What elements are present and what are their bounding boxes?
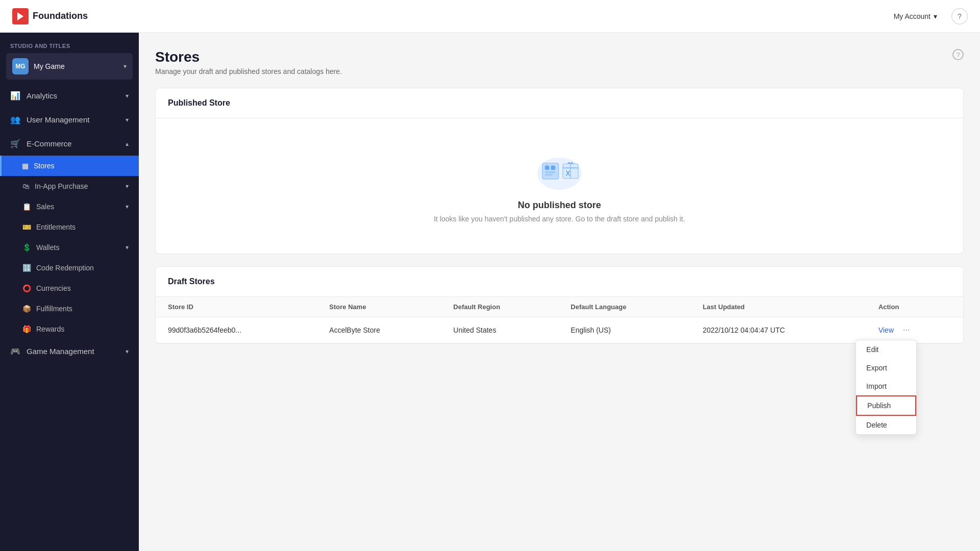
help-icon: ? bbox=[958, 12, 962, 20]
user-management-label: User Management bbox=[27, 115, 89, 124]
layout: STUDIO AND TITLES MG My Game ▾ 📊 Analyti… bbox=[0, 33, 980, 551]
sidebar-item-ecommerce[interactable]: 🛒 E-Commerce ▴ bbox=[0, 132, 139, 156]
sidebar-item-analytics[interactable]: 📊 Analytics ▾ bbox=[0, 84, 139, 108]
analytics-icon: 📊 bbox=[10, 91, 20, 101]
page-title: Stores bbox=[155, 49, 342, 65]
menu-item-export[interactable]: Export bbox=[856, 359, 916, 377]
ecommerce-label: E-Commerce bbox=[27, 139, 71, 148]
sidebar-item-user-management[interactable]: 👥 User Management ▾ bbox=[0, 108, 139, 132]
ecommerce-chevron-icon: ▴ bbox=[126, 140, 129, 147]
cell-store-name: AccelByte Store bbox=[317, 317, 441, 343]
sales-label: Sales bbox=[36, 203, 54, 211]
help-button[interactable]: ? bbox=[951, 8, 968, 24]
table-header-row: Store ID Store Name Default Region Defau… bbox=[156, 297, 963, 317]
sidebar-item-rewards[interactable]: 🎁 Rewards bbox=[0, 319, 139, 339]
context-menu: Edit Export Import Publish Delete bbox=[855, 340, 917, 435]
table-row: 99d0f3a6b5264feeb0... AccelByte Store Un… bbox=[156, 317, 963, 343]
studio-name: My Game bbox=[34, 62, 118, 70]
col-store-id: Store ID bbox=[156, 297, 317, 317]
svg-rect-9 bbox=[545, 174, 553, 176]
stores-table: Store ID Store Name Default Region Defau… bbox=[156, 297, 963, 343]
studio-selector[interactable]: MG My Game ▾ bbox=[6, 53, 133, 80]
sidebar-item-entitlements[interactable]: 🎫 Entitlements bbox=[0, 217, 139, 237]
sales-icon: 📋 bbox=[22, 203, 31, 211]
logo-text: Foundations bbox=[33, 11, 88, 21]
col-action: Action bbox=[866, 297, 963, 317]
main-content: Stores Manage your draft and published s… bbox=[139, 33, 980, 551]
fulfillments-icon: 📦 bbox=[22, 305, 31, 313]
page-help-icon[interactable]: ? bbox=[952, 49, 964, 63]
logo-icon bbox=[12, 8, 29, 24]
user-management-icon: 👥 bbox=[10, 115, 20, 124]
sidebar-item-wallets[interactable]: 💲 Wallets ▾ bbox=[0, 237, 139, 258]
svg-rect-6 bbox=[545, 166, 549, 170]
currencies-label: Currencies bbox=[36, 284, 71, 292]
game-management-icon: 🎮 bbox=[10, 346, 20, 356]
wallets-icon: 💲 bbox=[22, 243, 31, 252]
topbar-right: My Account ▾ ? bbox=[888, 8, 968, 24]
stores-icon: ▦ bbox=[22, 162, 29, 170]
page-subtitle: Manage your draft and published stores a… bbox=[155, 67, 342, 76]
analytics-chevron-icon: ▾ bbox=[126, 92, 129, 99]
draft-stores-header: Draft Stores bbox=[156, 267, 963, 297]
cell-last-updated: 2022/10/12 04:04:47 UTC bbox=[691, 317, 866, 343]
published-store-empty-state: No published store It looks like you hav… bbox=[156, 118, 963, 254]
studio-chevron-icon: ▾ bbox=[124, 63, 127, 70]
svg-rect-8 bbox=[545, 171, 555, 173]
rewards-label: Rewards bbox=[36, 325, 64, 333]
col-default-region: Default Region bbox=[441, 297, 558, 317]
draft-stores-section: Draft Stores Store ID Store Name Default… bbox=[155, 266, 964, 344]
game-management-label: Game Management bbox=[27, 347, 94, 356]
sales-chevron-icon: ▾ bbox=[126, 203, 129, 210]
in-app-purchase-chevron-icon: ▾ bbox=[126, 183, 129, 190]
menu-item-edit[interactable]: Edit bbox=[856, 340, 916, 359]
view-link[interactable]: View bbox=[878, 326, 894, 334]
sidebar-item-code-redemption[interactable]: 🔢 Code Redemption bbox=[0, 258, 139, 278]
published-store-section: Published Store bbox=[155, 88, 964, 254]
fulfillments-label: Fulfillments bbox=[36, 305, 72, 313]
cell-action: View ··· Edit Export Import Publish bbox=[866, 317, 963, 343]
cell-default-language: English (US) bbox=[558, 317, 691, 343]
my-account-chevron-icon: ▾ bbox=[934, 12, 937, 20]
more-actions-button[interactable]: ··· bbox=[900, 324, 913, 335]
stores-table-container: Store ID Store Name Default Region Defau… bbox=[156, 297, 963, 343]
sidebar-item-sales[interactable]: 📋 Sales ▾ bbox=[0, 196, 139, 217]
page-header: Stores Manage your draft and published s… bbox=[155, 49, 964, 76]
sidebar-item-game-management[interactable]: 🎮 Game Management ▾ bbox=[0, 339, 139, 363]
sidebar-item-currencies[interactable]: ⭕ Currencies bbox=[0, 278, 139, 298]
no-store-illustration bbox=[534, 149, 585, 190]
col-store-name: Store Name bbox=[317, 297, 441, 317]
cell-default-region: United States bbox=[441, 317, 558, 343]
sidebar: STUDIO AND TITLES MG My Game ▾ 📊 Analyti… bbox=[0, 33, 139, 551]
entitlements-label: Entitlements bbox=[36, 223, 76, 231]
svg-text:?: ? bbox=[956, 51, 960, 59]
svg-rect-7 bbox=[551, 166, 555, 170]
sidebar-section-label: STUDIO AND TITLES bbox=[0, 33, 139, 53]
game-management-chevron-icon: ▾ bbox=[126, 348, 129, 355]
user-management-chevron-icon: ▾ bbox=[126, 116, 129, 123]
cell-store-id: 99d0f3a6b5264feeb0... bbox=[156, 317, 317, 343]
wallets-chevron-icon: ▾ bbox=[126, 244, 129, 251]
svg-rect-5 bbox=[543, 163, 559, 180]
no-published-store-desc: It looks like you haven't published any … bbox=[434, 215, 685, 223]
menu-item-delete[interactable]: Delete bbox=[856, 416, 916, 434]
sidebar-item-in-app-purchase[interactable]: 🛍 In-App Purchase ▾ bbox=[0, 176, 139, 196]
menu-item-import[interactable]: Import bbox=[856, 377, 916, 395]
entitlements-icon: 🎫 bbox=[22, 223, 31, 231]
action-dropdown-container: ··· Edit Export Import Publish Delete bbox=[900, 325, 913, 335]
studio-avatar: MG bbox=[12, 58, 29, 74]
analytics-label: Analytics bbox=[27, 91, 57, 100]
currencies-icon: ⭕ bbox=[22, 284, 31, 292]
my-account-button[interactable]: My Account ▾ bbox=[888, 9, 943, 23]
no-published-store-title: No published store bbox=[518, 200, 601, 211]
code-redemption-icon: 🔢 bbox=[22, 264, 31, 272]
in-app-purchase-label: In-App Purchase bbox=[35, 182, 88, 190]
rewards-icon: 🎁 bbox=[22, 325, 31, 333]
published-store-header: Published Store bbox=[156, 88, 963, 118]
in-app-purchase-icon: 🛍 bbox=[22, 182, 30, 190]
sidebar-item-fulfillments[interactable]: 📦 Fulfillments bbox=[0, 298, 139, 319]
sidebar-item-stores[interactable]: ▦ Stores bbox=[0, 156, 139, 176]
ecommerce-icon: 🛒 bbox=[10, 139, 20, 148]
menu-item-publish[interactable]: Publish bbox=[856, 395, 916, 416]
code-redemption-label: Code Redemption bbox=[36, 264, 94, 272]
